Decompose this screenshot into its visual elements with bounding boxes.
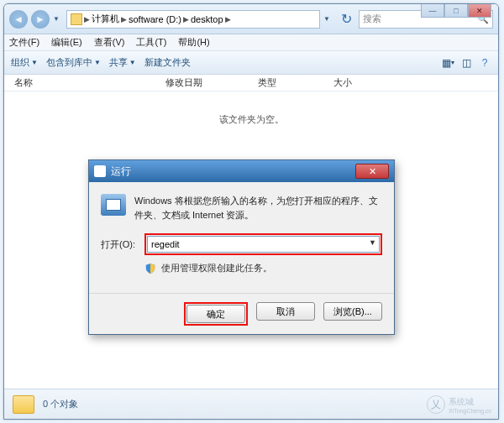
menu-tools[interactable]: 工具(T) <box>136 36 166 49</box>
watermark-icon: 乂 <box>427 395 445 414</box>
column-type[interactable]: 类型 <box>258 76 333 89</box>
dialog-description-row: Windows 将根据您所输入的名称，为您打开相应的程序、文件夹、文档或 Int… <box>101 194 382 222</box>
forward-button[interactable]: ► <box>31 10 50 29</box>
dialog-input-row: 打开(O): ▼ <box>101 233 382 255</box>
include-library-button[interactable]: 包含到库中 ▼ <box>46 56 101 69</box>
run-dialog: 运行 ✕ Windows 将根据您所输入的名称，为您打开相应的程序、文件夹、文档… <box>88 159 395 335</box>
share-label: 共享 <box>109 56 128 69</box>
help-icon[interactable]: ? <box>478 56 491 70</box>
maximize-button[interactable]: □ <box>444 4 468 18</box>
watermark-text: 系统城 <box>449 396 491 408</box>
include-label: 包含到库中 <box>46 56 92 69</box>
breadcrumb-segment[interactable]: desktop <box>191 14 223 24</box>
path-dropdown-icon[interactable]: ▼ <box>323 15 333 23</box>
open-combobox[interactable]: ▼ <box>147 236 380 253</box>
highlight-ok: 确定 <box>184 302 248 326</box>
folder-icon <box>13 395 34 414</box>
shield-icon <box>144 263 156 274</box>
history-dropdown-icon[interactable]: ▼ <box>53 15 63 23</box>
view-mode-button[interactable]: ▦▾ <box>441 56 454 70</box>
menu-view[interactable]: 查看(V) <box>94 36 125 49</box>
empty-folder-text: 该文件夹为空。 <box>219 113 284 126</box>
chevron-down-icon: ▼ <box>31 59 38 66</box>
chevron-down-icon[interactable]: ▼ <box>369 238 376 247</box>
folder-icon <box>71 13 82 25</box>
open-label: 打开(O): <box>101 238 141 251</box>
open-input[interactable] <box>147 236 380 253</box>
status-bar: 0 个对象 乂 系统城 XiTongCheng.cc <box>4 389 498 419</box>
cancel-button[interactable]: 取消 <box>256 302 315 321</box>
new-folder-button[interactable]: 新建文件夹 <box>144 56 191 69</box>
breadcrumb[interactable]: ▶ 计算机 ▶ software (D:) ▶ desktop ▶ <box>66 10 320 29</box>
breadcrumb-segment[interactable]: 计算机 <box>92 13 119 25</box>
chevron-right-icon: ▶ <box>84 15 90 24</box>
breadcrumb-segment[interactable]: software (D:) <box>129 14 181 24</box>
share-button[interactable]: 共享 ▼ <box>109 56 136 69</box>
admin-privilege-row: 使用管理权限创建此任务。 <box>101 262 382 274</box>
toolbar-left: 组织 ▼ 包含到库中 ▼ 共享 ▼ 新建文件夹 <box>11 56 191 69</box>
window-controls: — □ ✕ <box>421 4 491 18</box>
dialog-close-button[interactable]: ✕ <box>355 164 389 179</box>
dialog-title-bar[interactable]: 运行 ✕ <box>89 160 394 182</box>
column-name[interactable]: 名称 <box>14 76 165 89</box>
chevron-down-icon: ▼ <box>129 59 136 66</box>
menu-help[interactable]: 帮助(H) <box>178 36 209 49</box>
admin-text: 使用管理权限创建此任务。 <box>161 262 272 274</box>
status-text: 0 个对象 <box>43 398 78 410</box>
minimize-button[interactable]: — <box>421 4 444 18</box>
organize-button[interactable]: 组织 ▼ <box>11 56 38 69</box>
column-size[interactable]: 大小 <box>333 76 401 89</box>
highlight-input: ▼ <box>144 233 382 255</box>
new-folder-label: 新建文件夹 <box>144 56 191 69</box>
watermark-sub: XiTongCheng.cc <box>449 408 491 414</box>
chevron-right-icon: ▶ <box>121 15 127 24</box>
preview-pane-button[interactable]: ◫ <box>459 56 473 70</box>
close-button[interactable]: ✕ <box>468 4 491 18</box>
watermark: 乂 系统城 XiTongCheng.cc <box>427 395 491 414</box>
chevron-right-icon: ▶ <box>183 15 189 24</box>
organize-label: 组织 <box>11 56 29 69</box>
dialog-button-row: 确定 取消 浏览(B)... <box>89 293 394 334</box>
menu-bar: 文件(F) 编辑(E) 查看(V) 工具(T) 帮助(H) <box>4 34 498 51</box>
toolbar: 组织 ▼ 包含到库中 ▼ 共享 ▼ 新建文件夹 ▦▾ ◫ ? <box>4 51 498 75</box>
search-placeholder: 搜索 <box>363 13 381 25</box>
column-headers: 名称 修改日期 类型 大小 <box>4 75 498 91</box>
ok-button[interactable]: 确定 <box>186 305 245 323</box>
run-icon <box>101 194 126 216</box>
refresh-button[interactable]: ↻ <box>337 10 355 29</box>
chevron-down-icon: ▼ <box>94 59 101 66</box>
back-button[interactable]: ◄ <box>9 10 28 29</box>
toolbar-right: ▦▾ ◫ ? <box>441 56 491 70</box>
dialog-title: 运行 <box>111 164 131 179</box>
browse-button[interactable]: 浏览(B)... <box>323 302 382 321</box>
menu-file[interactable]: 文件(F) <box>9 36 39 49</box>
run-dialog-icon <box>94 165 106 177</box>
menu-edit[interactable]: 编辑(E) <box>51 36 82 49</box>
dialog-body: Windows 将根据您所输入的名称，为您打开相应的程序、文件夹、文档或 Int… <box>89 182 394 293</box>
dialog-description: Windows 将根据您所输入的名称，为您打开相应的程序、文件夹、文档或 Int… <box>134 194 382 222</box>
column-date[interactable]: 修改日期 <box>165 76 258 89</box>
chevron-right-icon: ▶ <box>225 15 231 24</box>
